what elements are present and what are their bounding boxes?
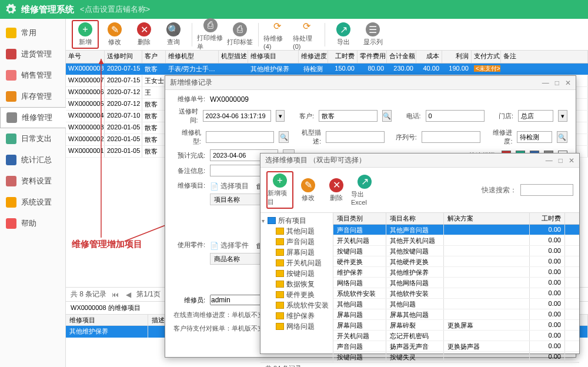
item-row[interactable]: 系统软件安装其他软件安装0.00 — [333, 288, 579, 299]
min-icon[interactable]: — — [546, 156, 553, 165]
tb-打印维修单[interactable]: ⎙打印维修单 — [197, 17, 224, 52]
tb-新增[interactable]: +新增 — [72, 20, 99, 49]
phone-input[interactable] — [426, 110, 485, 122]
max-icon[interactable]: □ — [555, 79, 559, 87]
pager-first[interactable]: ⏮ — [110, 291, 121, 299]
d2-tb-修改[interactable]: ✎修改 — [295, 177, 322, 203]
repair-no: WX0000009 — [210, 95, 249, 104]
repair-date-input[interactable] — [203, 110, 271, 122]
grid-header: 单号送修时间客户维修机型机型描述维修项目维修进度工时费零件费用合计金额成本利润支… — [66, 51, 588, 64]
sidebar-item-常用[interactable]: 常用 — [0, 22, 65, 44]
item-row[interactable]: 网络问题其他网络问题0.00 — [333, 278, 579, 288]
search-icon[interactable]: 🔍 — [382, 110, 392, 122]
dialog2-toolbar: +新增项目✎修改✕删除↗导出Excel 快速搜索： — [260, 168, 579, 213]
d2-tb-新增项目[interactable]: +新增项目 — [266, 171, 293, 209]
progress-input[interactable] — [517, 131, 552, 143]
sidebar-item-进货管理[interactable]: 进货管理 — [0, 44, 65, 65]
item-row[interactable]: 硬件更换其他硬件更换0.00 — [333, 256, 579, 267]
folder-icon — [276, 270, 284, 277]
search-icon[interactable]: 🔍 — [279, 131, 289, 143]
store-input[interactable] — [518, 110, 553, 122]
i-doc-icon — [6, 176, 16, 186]
item-row[interactable]: 其他问题其他问题0.00 — [333, 299, 579, 309]
tree-node[interactable]: 系统软件安装 — [262, 300, 332, 311]
select-item-link[interactable]: 📄 选择项目 — [210, 181, 249, 191]
sidebar-item-日常支出[interactable]: 日常支出 — [0, 128, 65, 149]
quick-search-input[interactable] — [520, 184, 573, 196]
i-chart-icon — [6, 155, 16, 165]
sidebar-item-库存管理[interactable]: 库存管理 — [0, 86, 65, 107]
tb-导出[interactable]: ↗导出 — [330, 21, 357, 48]
item-row[interactable]: 屏幕问题屏幕其他问题0.00 — [333, 309, 579, 320]
dialog-select-item: 选择维修项目 （双击即可选择） —□✕ +新增项目✎修改✕删除↗导出Excel … — [260, 153, 580, 354]
tb-删除[interactable]: ✕删除 — [131, 21, 158, 48]
sn-input[interactable] — [422, 131, 480, 143]
tb-查询[interactable]: 🔍查询 — [160, 21, 187, 48]
tb-显示列[interactable]: ☰显示列 — [359, 21, 386, 48]
search-icon[interactable]: 🔍 — [557, 131, 567, 143]
tb-待处理(0)[interactable]: ⟳待处理(0) — [293, 18, 320, 51]
tree-node[interactable]: 数据恢复 — [262, 279, 332, 289]
tree-node[interactable]: 声音问题 — [262, 236, 332, 247]
ic-add-icon: + — [78, 22, 92, 36]
item-row[interactable]: 声音问题扬声器无声音更换扬声器0.00 — [333, 341, 579, 352]
ic-print-icon: ⎙ — [203, 18, 218, 32]
folder-icon — [276, 281, 284, 288]
sidebar-item-销售管理[interactable]: 销售管理 — [0, 65, 65, 86]
min-icon[interactable]: — — [542, 79, 549, 87]
close-icon[interactable]: ✕ — [565, 79, 571, 87]
model-input[interactable] — [206, 131, 274, 143]
select-part-link[interactable]: 📄 选择零件 — [210, 241, 249, 251]
item-row[interactable]: 屏幕问题屏幕碎裂更换屏幕0.00 — [333, 320, 579, 331]
tree-node[interactable]: 硬件更换 — [262, 289, 332, 300]
ic-search-icon: 🔍 — [166, 22, 181, 36]
item-row[interactable]: 按键问题其他按键问题0.00 — [333, 246, 579, 256]
pager-prev[interactable]: ◀ — [124, 291, 133, 299]
dialog2-titlebar[interactable]: 选择维修项目 （双击即可选择） —□✕ — [260, 154, 579, 168]
item-row[interactable]: 维护保养其他维护保养0.00 — [333, 267, 579, 278]
i-box-icon — [6, 49, 16, 59]
sidebar-item-系统设置[interactable]: 系统设置 — [0, 192, 65, 213]
folder-icon — [276, 323, 284, 330]
tree-node[interactable]: 网络问题 — [262, 321, 332, 332]
item-row[interactable]: 开关机问题其他开关机问题0.00 — [333, 235, 579, 246]
tb-待维修(4)[interactable]: ⟳待维修(4) — [263, 18, 290, 51]
category-tree: ▾所有项目其他问题声音问题屏幕问题开关机问题按键问题数据恢复硬件更换系统软件安装… — [260, 213, 333, 362]
sidebar-item-维修管理[interactable]: 维修管理 — [0, 107, 66, 128]
item-row[interactable]: 按键问题按键失灵0.00 — [333, 352, 579, 362]
folder-icon — [276, 228, 284, 235]
desc-input[interactable] — [326, 131, 385, 143]
tree-node[interactable]: ▾所有项目 — [262, 215, 332, 226]
d2-tb-导出Excel[interactable]: ↗导出Excel — [351, 174, 378, 207]
folder-icon — [276, 259, 284, 266]
folder-icon — [268, 217, 276, 224]
item-row[interactable]: 声音问题其他声音问题0.00 — [333, 225, 579, 235]
close-icon[interactable]: ✕ — [569, 156, 574, 165]
tree-node[interactable]: 维护保养 — [262, 311, 332, 321]
table-row[interactable]: WX00000082020-07-15散客手表/劳力士手…其他维护保养待检测15… — [66, 64, 588, 75]
sidebar-item-帮助[interactable]: 帮助 — [0, 213, 65, 234]
sidebar-item-统计汇总[interactable]: 统计汇总 — [0, 149, 65, 171]
item-row[interactable]: 开关机问题忘记开机密码0.00 — [333, 331, 579, 341]
shop-name-hint[interactable]: <点击设置店铺名称> — [80, 4, 150, 15]
sidebar-item-资料设置[interactable]: 资料设置 — [0, 171, 65, 192]
d2-tb-删除[interactable]: ✕删除 — [323, 177, 350, 203]
tree-node[interactable]: 屏幕问题 — [262, 247, 332, 258]
ic-edit-icon: ✎ — [108, 22, 122, 36]
ic-del-icon: ✕ — [137, 22, 151, 36]
gear-icon — [5, 4, 16, 15]
tree-node[interactable]: 其他问题 — [262, 226, 332, 236]
i-bar-icon — [6, 134, 16, 144]
tb-修改[interactable]: ✎修改 — [101, 21, 128, 48]
calendar-icon[interactable]: ▾ — [276, 110, 285, 122]
dropdown-icon[interactable]: ▾ — [558, 110, 567, 122]
tree-node[interactable]: 按键问题 — [262, 268, 332, 279]
ic-exp-icon: ↗ — [336, 22, 350, 36]
tree-node[interactable]: 开关机问题 — [262, 258, 332, 268]
dialog-titlebar[interactable]: 新增维修记录 —□✕ — [165, 76, 576, 90]
max-icon[interactable]: □ — [559, 156, 563, 165]
customer-input[interactable] — [319, 110, 377, 122]
folder-icon — [276, 291, 284, 298]
i-star-icon — [6, 28, 16, 38]
tb-打印标签[interactable]: ⎙打印标签 — [226, 21, 253, 48]
